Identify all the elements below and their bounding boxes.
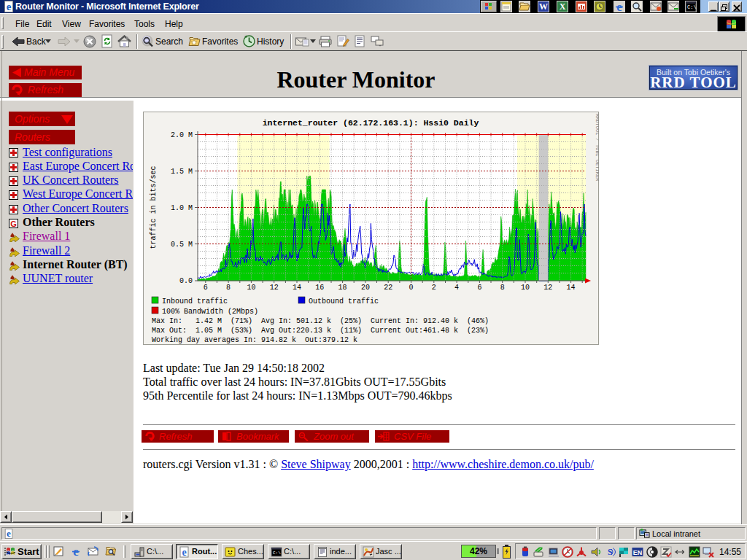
svg-text:4: 4 <box>454 284 459 292</box>
svg-text:20: 20 <box>361 284 370 292</box>
svg-text:1.5 M: 1.5 M <box>171 168 193 176</box>
svg-text:e: e <box>182 547 186 558</box>
svg-text:12: 12 <box>543 284 552 292</box>
svg-text:8: 8 <box>226 284 231 292</box>
svg-text:14: 14 <box>567 284 576 292</box>
svg-text:12: 12 <box>270 284 279 292</box>
svg-text:2.0 M: 2.0 M <box>171 131 193 139</box>
svg-text:2: 2 <box>432 284 436 292</box>
svg-text:6: 6 <box>204 284 208 292</box>
svg-text:Inbound traffic: Inbound traffic <box>162 298 228 306</box>
svg-text:e: e <box>7 529 11 539</box>
svg-text:10: 10 <box>247 284 255 292</box>
svg-text:EN: EN <box>633 549 643 556</box>
svg-text:C:\: C:\ <box>273 551 281 556</box>
svg-text:8: 8 <box>500 284 505 292</box>
svg-text:W: W <box>539 1 548 12</box>
svg-text:X: X <box>560 1 566 12</box>
svg-text:e: e <box>7 1 12 12</box>
svg-text:Outbound traffic: Outbound traffic <box>309 298 379 306</box>
svg-text:RRDTOOL / TOBI OETIKER: RRDTOOL / TOBI OETIKER <box>595 114 599 182</box>
svg-text:internet_router (62.172.163.1): internet_router (62.172.163.1): Hssi0 Da… <box>263 118 479 128</box>
svg-text:22: 22 <box>384 284 392 292</box>
svg-text:Working day averages In: 914.8: Working day averages In: 914.82 k Out:37… <box>152 336 357 344</box>
svg-text:Max Out: 1.05 M (53%) Avg O: Max Out: 1.05 M (53%) Avg Out:220.13 k (… <box>152 327 489 335</box>
svg-text:Max In: 1.42 M (71%) Avg I: Max In: 1.42 M (71%) Avg In: 501.12 k (2… <box>152 317 489 325</box>
svg-text:C:\: C:\ <box>687 4 697 10</box>
svg-text:10: 10 <box>521 284 530 292</box>
svg-text:1.0 M: 1.0 M <box>171 204 193 212</box>
svg-text:16: 16 <box>315 284 324 292</box>
svg-text:6: 6 <box>477 284 481 292</box>
svg-text:0: 0 <box>409 284 413 292</box>
svg-text:100% Bandwidth (2Mbps): 100% Bandwidth (2Mbps) <box>162 308 258 316</box>
svg-text:G: G <box>10 219 17 228</box>
svg-text:18: 18 <box>338 284 347 292</box>
svg-text:S: S <box>608 547 613 557</box>
svg-text:traffic in bits/sec: traffic in bits/sec <box>150 166 158 249</box>
svg-text:0.0: 0.0 <box>179 277 193 285</box>
svg-text:14: 14 <box>293 284 301 292</box>
svg-text:0.5 M: 0.5 M <box>171 241 193 249</box>
